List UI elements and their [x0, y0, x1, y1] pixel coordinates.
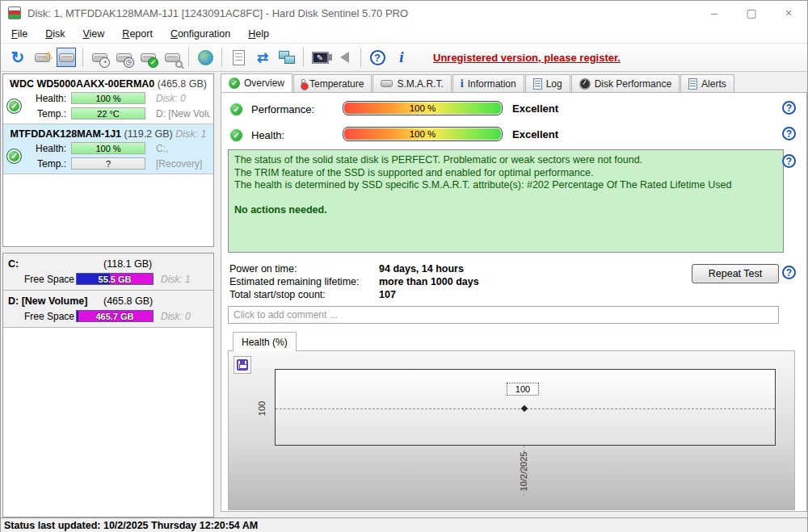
- help-icon[interactable]: ?: [782, 154, 796, 168]
- partition-size: (465.8 GB): [103, 295, 153, 307]
- chart-y-tick: 100: [257, 396, 268, 421]
- menu-disk[interactable]: Disk: [36, 26, 74, 42]
- status-line: The TRIM feature of the SSD is supported…: [234, 167, 777, 180]
- temp-label: Temp.:: [27, 158, 71, 170]
- www-disk-icon[interactable]: [194, 46, 217, 69]
- chart-data-point: [521, 405, 528, 412]
- refresh-icon[interactable]: ↻: [6, 46, 29, 69]
- disk-entry-mtfddak[interactable]: MTFDDAK128MAM-1J1 (119.2 GB) Disk: 1 ✓ H…: [3, 124, 213, 174]
- stat-value: 94 days, 14 hours: [379, 262, 464, 275]
- free-space-bar: 465.7 GB: [76, 310, 154, 322]
- menu-report[interactable]: Report: [113, 26, 162, 42]
- free-space-label: Free Space: [24, 311, 76, 322]
- tab-information[interactable]: iInformation: [452, 74, 524, 92]
- stat-value: 107: [379, 288, 396, 301]
- health-label: Health:: [251, 129, 284, 141]
- disk-search-icon[interactable]: [161, 46, 183, 69]
- health-chart-panel: 100 100 10/2/2025: [228, 350, 795, 510]
- help-icon[interactable]: ?: [782, 266, 796, 279]
- maximize-button[interactable]: ▢: [733, 1, 770, 25]
- tab-label: Temperature: [309, 78, 364, 90]
- help-icon[interactable]: ?: [782, 101, 796, 115]
- menu-configuration[interactable]: Configuration: [162, 26, 239, 42]
- disk-detect-icon[interactable]: [55, 46, 78, 69]
- chart-tab-health[interactable]: Health (%): [233, 332, 297, 351]
- status-line: The health is determined by SSD specific…: [234, 179, 777, 192]
- partition-entry-d[interactable]: D: [New Volume] (465.8 GB) Free Space 46…: [3, 291, 213, 328]
- stat-label: Power on time:: [229, 262, 379, 275]
- tab-label: Log: [546, 78, 562, 90]
- disk-size: (465.8 GB): [158, 78, 207, 90]
- info-icon[interactable]: i: [390, 46, 413, 69]
- disk-name: MTFDDAK128MAM-1J1: [11, 128, 122, 140]
- disk-icon: [381, 80, 393, 87]
- health-rating: Excellent: [512, 128, 558, 140]
- health-ok-icon: ✓: [6, 149, 22, 164]
- status-line: The status of the solid state disk is PE…: [234, 154, 777, 167]
- tab-label: Overview: [244, 77, 284, 89]
- performance-ok-icon: ✓: [229, 103, 243, 116]
- disk-list-panel: WDC WD5000AAKX-00ERMA0 (465.8 GB) ✓ Heal…: [2, 73, 214, 247]
- disk-stats: Power on time:94 days, 14 hours Estimate…: [229, 262, 479, 301]
- sync-icon[interactable]: ⇄: [251, 46, 274, 69]
- performance-bar: 100 %: [343, 101, 503, 115]
- tab-disk-performance[interactable]: Disk Performance: [571, 74, 680, 92]
- tab-temperature[interactable]: Temperature: [293, 74, 372, 92]
- main-tab-bar: ✓Overview Temperature S.M.A.R.T. iInform…: [221, 73, 807, 92]
- chart-point-label: 100: [507, 383, 539, 396]
- tab-overview[interactable]: ✓Overview: [221, 73, 292, 92]
- partition-name: D: [New Volume]: [8, 295, 87, 307]
- toolbar-separator: [360, 48, 361, 67]
- gauge-icon: [579, 78, 591, 90]
- partition-entry-c[interactable]: C: (118.1 GB) Free Space 55.5 GB Disk: 1: [3, 253, 213, 291]
- save-chart-button[interactable]: [234, 356, 251, 374]
- disk-status-text: The status of the solid state disk is PE…: [228, 149, 784, 253]
- status-text: Status last updated: 10/2/2025 Thursday …: [4, 520, 258, 531]
- volume-info: C:,: [149, 143, 210, 154]
- unregistered-link[interactable]: Unregistered version, please register.: [433, 52, 621, 64]
- disk-name: WDC WD5000AAKX-00ERMA0: [10, 78, 154, 90]
- tab-smart[interactable]: S.M.A.R.T.: [372, 74, 451, 92]
- minimize-button[interactable]: –: [696, 1, 733, 25]
- tab-log[interactable]: Log: [525, 74, 570, 92]
- tab-label: Disk Performance: [595, 78, 671, 90]
- disk-ok-icon[interactable]: ✓: [137, 46, 159, 69]
- partition-size: (118.1 GB): [103, 258, 152, 270]
- stat-value: more than 1000 days: [379, 275, 479, 288]
- help-icon[interactable]: ?: [366, 46, 389, 69]
- health-label: Health:: [27, 143, 71, 154]
- menu-view[interactable]: View: [74, 26, 113, 42]
- disk-size: (119.2 GB): [124, 128, 173, 140]
- disk-header: MTFDDAK128MAM-1J1 (119.2 GB) Disk: 1: [6, 127, 210, 142]
- health-bar: 100 %: [343, 127, 503, 141]
- performance-rating: Excellent: [512, 103, 558, 115]
- network-icon[interactable]: [276, 46, 298, 69]
- chart-plot-area: 100: [275, 369, 776, 446]
- close-button[interactable]: ×: [770, 1, 807, 25]
- log-icon: [533, 78, 542, 90]
- sound-icon[interactable]: [333, 46, 356, 69]
- tab-alerts[interactable]: Alerts: [680, 74, 734, 92]
- disk-warning-icon[interactable]: ⚠: [31, 46, 53, 69]
- comment-input[interactable]: [228, 306, 779, 324]
- disk-performance-icon[interactable]: ◔: [88, 46, 111, 69]
- help-icon[interactable]: ?: [782, 127, 796, 140]
- menu-file[interactable]: File: [2, 26, 36, 42]
- toolbar-separator: [221, 48, 222, 67]
- report-icon[interactable]: [227, 46, 250, 69]
- disk-number: Disk: 1: [154, 274, 208, 285]
- repeat-test-button[interactable]: Repeat Test: [692, 264, 779, 283]
- health-label: Health:: [27, 93, 71, 104]
- disk-clock-icon[interactable]: ◷: [112, 46, 135, 69]
- free-space-bar: 55.5 GB: [76, 273, 154, 285]
- disk-entry-wdc[interactable]: WDC WD5000AAKX-00ERMA0 (465.8 GB) ✓ Heal…: [3, 74, 213, 124]
- health-bar: 100 %: [71, 142, 145, 154]
- performance-label: Performance:: [251, 103, 314, 115]
- disk-number: Disk: 1: [175, 128, 206, 140]
- menu-help[interactable]: Help: [239, 26, 278, 42]
- menu-bar: File Disk View Report Configuration Help: [1, 25, 807, 43]
- save-icon: [237, 359, 248, 371]
- title-bar: Disk: 1, MTFDDAK128MAM-1J1 [1243091AC8FC…: [1, 1, 807, 25]
- alerts-icon: [688, 78, 697, 90]
- stat-label: Total start/stop count:: [229, 288, 379, 301]
